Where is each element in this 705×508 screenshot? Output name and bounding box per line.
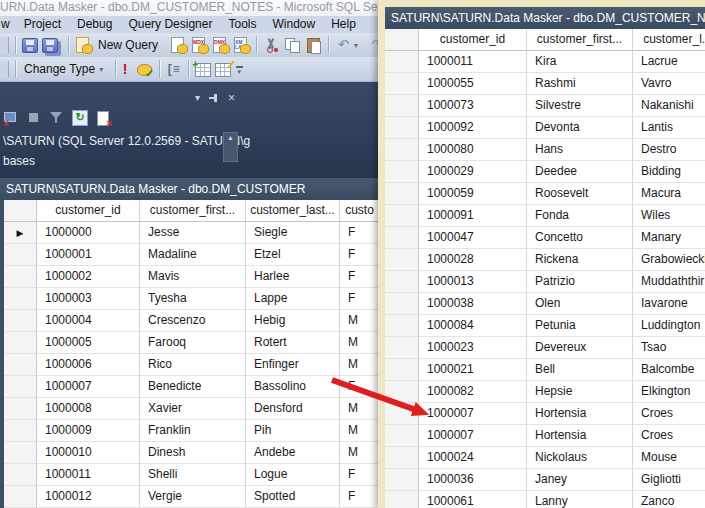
cell[interactable]: Hepsie [527,381,633,403]
row-selector[interactable] [4,464,37,486]
row-selector[interactable] [4,244,37,266]
cell[interactable]: Devereux [527,337,633,359]
cell[interactable]: M [340,420,378,442]
cell[interactable]: 1000009 [37,420,140,442]
cell[interactable]: Kira [527,51,633,73]
row-selector[interactable] [4,398,37,420]
cell[interactable]: Janey [527,469,633,491]
cell[interactable]: Lappe [246,288,340,310]
cell[interactable]: Siegle [246,222,340,244]
cell[interactable]: M [340,442,378,464]
row-selector[interactable] [385,227,419,249]
row-selector[interactable] [4,354,37,376]
cell[interactable]: Vergie [140,486,246,508]
change-type-dropdown[interactable]: Change Type [24,62,95,76]
cell[interactable]: M [340,310,378,332]
cell[interactable]: Benedicte [140,376,246,398]
cell[interactable]: 1000091 [419,205,527,227]
filter-icon[interactable] [49,110,65,126]
cut-icon[interactable] [263,37,280,53]
cell[interactable]: Bassolino [246,376,340,398]
row-selector[interactable] [385,161,419,183]
cell[interactable]: M [340,354,378,376]
new-database-engine-query-icon[interactable] [170,37,187,53]
cell[interactable]: Farooq [140,332,246,354]
new-dmx-query-icon[interactable]: DMX [212,37,229,53]
row-selector[interactable] [385,425,419,447]
cell[interactable]: Bell [527,359,633,381]
row-selector[interactable] [385,315,419,337]
cell[interactable]: 1000010 [37,442,140,464]
save-icon[interactable] [22,38,38,53]
row-selector[interactable] [385,205,419,227]
cell[interactable]: M [340,332,378,354]
cell[interactable]: Zanco [633,491,705,508]
row-selector[interactable] [4,288,37,310]
menu-item-window[interactable]: Window [264,16,323,33]
cell[interactable]: Rico [140,354,246,376]
row-selector[interactable] [385,95,419,117]
add-table-icon[interactable]: + [195,63,211,77]
cell[interactable]: 1000047 [419,227,527,249]
cell[interactable]: Gigliotti [633,469,705,491]
cell[interactable]: F [340,464,378,486]
column-header[interactable]: customer_id [37,200,140,222]
column-header[interactable]: customer_l... [633,29,705,51]
toolbar-overflow-button[interactable]: ▾ [233,63,245,75]
cell[interactable]: 1000028 [419,249,527,271]
cell[interactable]: Lacrue [633,51,705,73]
add-group-by-icon[interactable] [215,63,231,77]
row-selector[interactable] [4,486,37,508]
cell[interactable]: 1000012 [37,486,140,508]
cell[interactable]: 1000029 [419,161,527,183]
cell[interactable]: Enfinger [246,354,340,376]
cell[interactable]: 1000036 [419,469,527,491]
cell[interactable]: Iavarone [633,293,705,315]
save-all-icon[interactable] [42,38,58,53]
row-selector[interactable] [4,442,37,464]
cell[interactable]: Roosevelt [527,183,633,205]
cell[interactable]: 1000080 [419,139,527,161]
row-selector[interactable] [385,293,419,315]
cell[interactable]: Andebe [246,442,340,464]
row-selector[interactable] [4,376,37,398]
row-selector[interactable]: ▶ [4,222,37,244]
left-document-title-bar[interactable]: SATURN\SATURN.Data Masker - dbo.DM_CUSTO… [0,178,378,200]
cell[interactable]: 1000006 [37,354,140,376]
column-header[interactable]: customer_id [419,29,527,51]
cell[interactable]: F [340,288,378,310]
new-xmla-query-icon[interactable]: XM LA [233,37,250,53]
row-selector[interactable] [385,447,419,469]
row-selector[interactable] [4,266,37,288]
cell[interactable]: F [340,486,378,508]
cell[interactable]: Devonta [527,117,633,139]
cell[interactable]: F [340,244,378,266]
close-icon[interactable]: × [228,93,235,103]
window-position-icon[interactable]: ▾ [195,93,200,103]
cell[interactable]: Destro [633,139,705,161]
cell[interactable]: 1000061 [419,491,527,508]
cell[interactable]: Rotert [246,332,340,354]
menu-item-project[interactable]: Project [16,16,69,33]
row-selector[interactable] [385,491,419,508]
cell[interactable]: Shelli [140,464,246,486]
cell[interactable]: Nickolaus [527,447,633,469]
menu-item-help[interactable]: Help [323,16,364,33]
row-selector[interactable] [385,51,419,73]
new-query-icon[interactable] [75,37,92,53]
cell[interactable]: Balcombe [633,359,705,381]
undo-icon[interactable]: ↶ [335,37,352,53]
cell[interactable]: Wiles [633,205,705,227]
cell[interactable]: Macura [633,183,705,205]
cell[interactable]: Spotted [246,486,340,508]
cell[interactable]: 1000001 [37,244,140,266]
cell[interactable]: 1000002 [37,266,140,288]
menu-item-view-partial[interactable]: w [0,16,16,33]
cell[interactable]: Lantis [633,117,705,139]
cell[interactable]: Bidding [633,161,705,183]
cell[interactable]: 1000008 [37,398,140,420]
cell[interactable]: Tsao [633,337,705,359]
cell[interactable]: 1000011 [419,51,527,73]
tree-item-server[interactable]: \SATURN (SQL Server 12.0.2569 - SATURN\g [3,134,250,148]
cell[interactable]: Lanny [527,491,633,508]
